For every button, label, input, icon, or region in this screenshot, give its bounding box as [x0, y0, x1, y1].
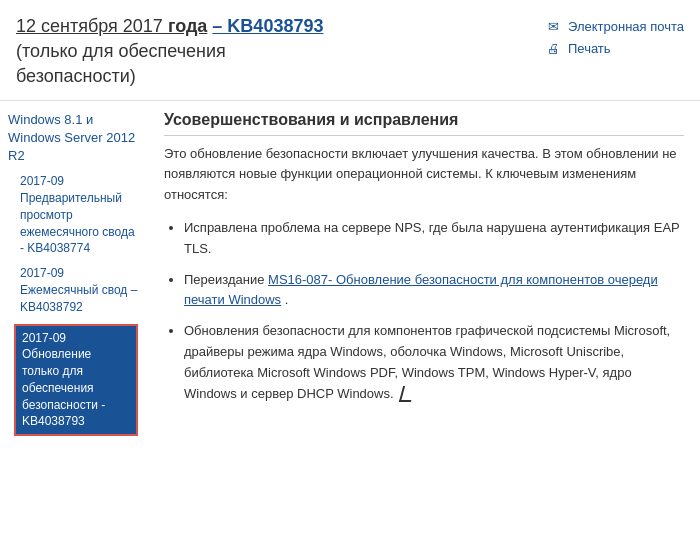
email-action[interactable]: ✉ Электронная почта — [546, 18, 684, 34]
intro-text: Это обновление безопасности включает улу… — [164, 144, 684, 206]
sidebar-item-1[interactable]: 2017-09 Ежемесячный свод – KB4038792 — [20, 265, 140, 315]
header-actions: ✉ Электронная почта 🖨 Печать — [530, 14, 684, 56]
title-line3: безопасности) — [16, 64, 530, 89]
content-area: Windows 8.1 и Windows Server 2012 R2 201… — [0, 101, 700, 544]
header-title: 12 сентября 2017 года – KB4038793 (тольк… — [16, 14, 530, 90]
cursor-icon — [399, 386, 415, 402]
bullet-0-text: Исправлена проблема на сервере NPS, где … — [184, 220, 680, 256]
sidebar-item-2[interactable]: 2017-09 Обновление только для обеспечени… — [14, 324, 138, 437]
bullet-item-2: Обновления безопасности для компонентов … — [184, 321, 684, 404]
print-action[interactable]: 🖨 Печать — [546, 40, 684, 56]
section-title: Усовершенствования и исправления — [164, 111, 684, 136]
sidebar-item-0[interactable]: 2017-09 Предварительный просмотр ежемеся… — [20, 173, 140, 257]
bullet-item-1: Переиздание MS16-087- Обновление безопас… — [184, 270, 684, 312]
page-container: 12 сентября 2017 года – KB4038793 (тольк… — [0, 0, 700, 544]
title-kb[interactable]: – KB4038793 — [212, 16, 323, 36]
title-year-bold: года — [168, 16, 207, 36]
title-line2: (только для обеспечения — [16, 39, 530, 64]
title-date: 12 сентября 2017 — [16, 16, 168, 36]
main-content: Усовершенствования и исправления Это обн… — [148, 111, 700, 534]
email-label: Электронная почта — [568, 19, 684, 34]
sidebar: Windows 8.1 и Windows Server 2012 R2 201… — [0, 111, 148, 534]
print-icon: 🖨 — [546, 40, 562, 56]
sidebar-category-title[interactable]: Windows 8.1 и Windows Server 2012 R2 — [8, 111, 140, 166]
bullet-1-text-before: Переиздание — [184, 272, 268, 287]
bullet-2-text: Обновления безопасности для компонентов … — [184, 323, 670, 400]
bullet-item-0: Исправлена проблема на сервере NPS, где … — [184, 218, 684, 260]
email-icon: ✉ — [546, 18, 562, 34]
title-line1: 12 сентября 2017 года – KB4038793 — [16, 14, 530, 39]
print-label: Печать — [568, 41, 611, 56]
header-section: 12 сентября 2017 года – KB4038793 (тольк… — [0, 0, 700, 101]
bullet-1-text-after: . — [281, 292, 288, 307]
bullet-list: Исправлена проблема на сервере NPS, где … — [184, 218, 684, 404]
